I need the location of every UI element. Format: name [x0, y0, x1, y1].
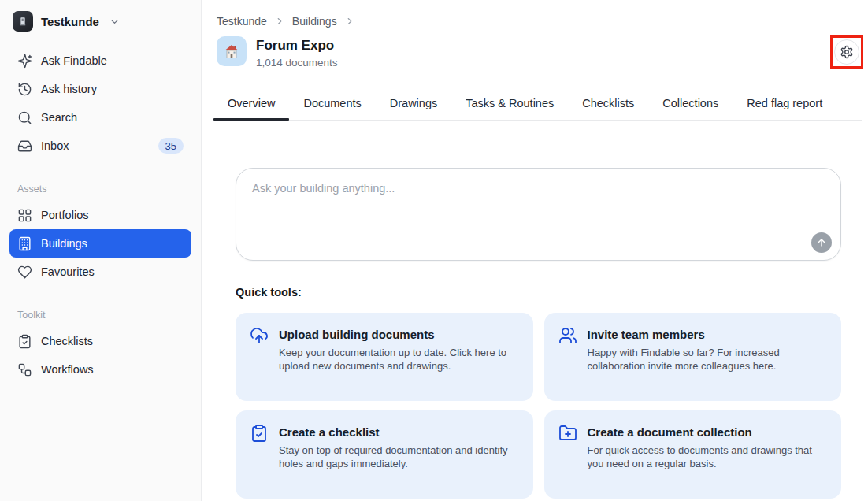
- card-description: Happy with Findable so far? For increase…: [588, 347, 825, 373]
- tab-documents[interactable]: Documents: [289, 97, 375, 120]
- sidebar-item-label: Ask history: [41, 83, 97, 95]
- card-text: Upload building documents Keep your docu…: [279, 326, 517, 388]
- sidebar-item-label: Checklists: [41, 335, 93, 347]
- sidebar-item-ask-findable[interactable]: Ask Findable: [9, 46, 191, 75]
- sidebar-item-favourites[interactable]: Favourites: [9, 258, 191, 286]
- sidebar-item-label: Inbox: [41, 139, 69, 152]
- sidebar-item-label: Workflows: [41, 363, 94, 376]
- sidebar-item-label: Portfolios: [41, 209, 88, 221]
- tab-collections[interactable]: Collections: [648, 97, 733, 120]
- card-create-collection[interactable]: Create a document collection For quick a…: [544, 410, 842, 499]
- workflow-icon: [17, 362, 32, 377]
- sidebar-item-label: Search: [41, 111, 77, 124]
- tab-red-flag-report[interactable]: Red flag report: [733, 97, 836, 120]
- tab-overview[interactable]: Overview: [213, 97, 289, 120]
- ask-building-input[interactable]: [250, 180, 801, 247]
- workspace-name: Testkunde: [41, 15, 99, 28]
- gear-icon: [840, 45, 854, 59]
- building-icon: [17, 236, 32, 251]
- sidebar-item-ask-history[interactable]: Ask history: [9, 75, 191, 103]
- card-title: Upload building documents: [279, 328, 517, 341]
- quick-tools-grid: Upload building documents Keep your docu…: [236, 313, 841, 499]
- building-header: Forum Expo 1,014 documents: [217, 36, 868, 69]
- card-description: Keep your documentation up to date. Clic…: [279, 347, 517, 373]
- sidebar-item-checklists[interactable]: Checklists: [9, 327, 191, 355]
- card-upload-documents[interactable]: Upload building documents Keep your docu…: [236, 313, 533, 401]
- settings-button[interactable]: [834, 39, 859, 65]
- search-icon: [17, 110, 32, 125]
- tab-checklists[interactable]: Checklists: [568, 97, 648, 120]
- breadcrumb-buildings[interactable]: Buildings: [292, 15, 337, 28]
- chevron-down-icon: [109, 16, 121, 28]
- folder-plus-icon: [558, 424, 577, 443]
- grid-icon: [17, 208, 32, 223]
- workspace-logo: [13, 11, 33, 32]
- overview-panel: Quick tools: Upload building documents K…: [202, 121, 868, 499]
- building-header-text: Forum Expo 1,014 documents: [256, 36, 338, 69]
- send-button[interactable]: [811, 232, 832, 253]
- tab-tasks-routines[interactable]: Tasks & Routines: [451, 97, 568, 120]
- quick-tools-heading: Quick tools:: [236, 286, 841, 299]
- sidebar-item-inbox[interactable]: Inbox 35: [9, 132, 191, 160]
- card-title: Create a document collection: [588, 425, 825, 439]
- sidebar-item-workflows[interactable]: Workflows: [9, 355, 191, 384]
- card-text: Create a checklist Stay on top of requir…: [279, 424, 517, 485]
- inbox-count-badge: 35: [158, 138, 184, 154]
- history-icon: [17, 82, 32, 97]
- chevron-right-icon: [344, 16, 355, 27]
- card-create-checklist[interactable]: Create a checklist Stay on top of requir…: [236, 410, 533, 499]
- sidebar-item-label: Favourites: [41, 265, 95, 278]
- tab-bar: Overview Documents Drawings Tasks & Rout…: [213, 97, 862, 121]
- breadcrumb: Testkunde Buildings: [202, 0, 868, 28]
- card-text: Create a document collection For quick a…: [588, 424, 825, 485]
- main-content: Testkunde Buildings Forum Expo 1,014 doc…: [202, 0, 868, 501]
- sidebar-item-label: Ask Findable: [41, 54, 107, 67]
- sidebar-item-search[interactable]: Search: [9, 103, 191, 132]
- building-avatar: [217, 36, 247, 66]
- heart-icon: [17, 265, 32, 280]
- ask-building-box: [236, 168, 841, 261]
- card-description: For quick access to documents and drawin…: [588, 444, 825, 471]
- document-count: 1,014 documents: [256, 57, 338, 69]
- inbox-icon: [17, 139, 32, 154]
- sidebar-section-toolkit: Toolkit: [17, 310, 184, 321]
- sidebar-section-assets: Assets: [17, 184, 184, 195]
- clipboard-check-icon: [250, 424, 269, 443]
- card-title: Invite team members: [588, 328, 825, 341]
- chevron-right-icon: [274, 16, 285, 27]
- sidebar-item-label: Buildings: [41, 237, 87, 250]
- workspace-switcher[interactable]: Testkunde: [9, 10, 191, 32]
- sidebar: Testkunde Ask Findable Ask history Searc…: [0, 0, 202, 501]
- clipboard-check-icon: [17, 334, 32, 349]
- users-icon: [558, 326, 577, 345]
- sidebar-item-buildings[interactable]: Buildings: [9, 229, 191, 258]
- arrow-up-icon: [816, 237, 827, 248]
- sidebar-nav: Ask Findable Ask history Search Inbox 35…: [9, 46, 191, 384]
- annotation-highlight: [830, 35, 863, 69]
- cloud-upload-icon: [250, 326, 269, 345]
- card-invite-team[interactable]: Invite team members Happy with Findable …: [544, 313, 842, 401]
- breadcrumb-testkunde[interactable]: Testkunde: [217, 15, 267, 28]
- sparkles-icon: [17, 54, 32, 69]
- card-description: Stay on top of required documentation an…: [279, 444, 517, 471]
- sidebar-item-portfolios[interactable]: Portfolios: [9, 201, 191, 229]
- card-title: Create a checklist: [279, 425, 517, 439]
- card-text: Invite team members Happy with Findable …: [588, 326, 825, 388]
- tab-drawings[interactable]: Drawings: [376, 97, 451, 120]
- page-title: Forum Expo: [256, 38, 338, 54]
